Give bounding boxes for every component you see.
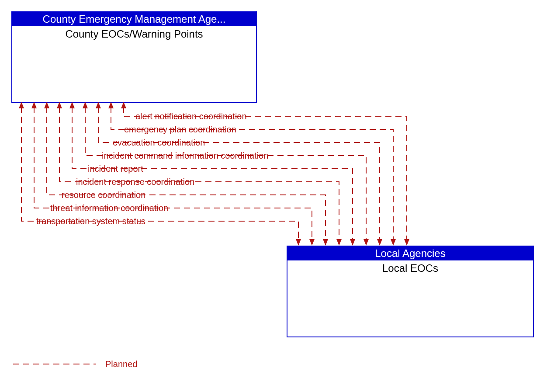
local-eoc-header: Local Agencies — [287, 246, 533, 260]
legend-planned-label: Planned — [105, 359, 137, 369]
local-eoc-box: Local Agencies Local EOCs — [287, 246, 534, 337]
flow-label-1: emergency plan coordination — [123, 125, 237, 135]
svg-marker-1 — [404, 239, 409, 246]
svg-marker-5 — [377, 239, 382, 246]
svg-marker-11 — [336, 239, 342, 246]
svg-marker-3 — [391, 239, 396, 246]
county-eoc-header: County Emergency Management Age... — [12, 12, 256, 26]
flow-label-3: incident command information coordinatio… — [101, 151, 269, 161]
flow-label-8: transportation system status — [35, 216, 146, 226]
flow-label-2: evacuation coordination — [112, 138, 206, 148]
county-eoc-title: County EOCs/Warning Points — [12, 26, 256, 40]
svg-marker-17 — [296, 239, 301, 246]
flow-label-7: threat information coordination — [49, 203, 169, 213]
county-eoc-box: County Emergency Management Age... Count… — [11, 11, 257, 103]
svg-marker-7 — [364, 239, 369, 246]
svg-marker-15 — [309, 239, 315, 246]
flow-label-0: alert notification coordination — [135, 111, 248, 121]
flow-label-4: incident report — [87, 164, 144, 174]
flow-label-5: incident response coordination — [75, 177, 195, 187]
svg-marker-9 — [350, 239, 355, 246]
svg-marker-13 — [323, 239, 328, 246]
flow-label-6: resource coordination — [61, 190, 146, 200]
local-eoc-title: Local EOCs — [287, 260, 533, 274]
